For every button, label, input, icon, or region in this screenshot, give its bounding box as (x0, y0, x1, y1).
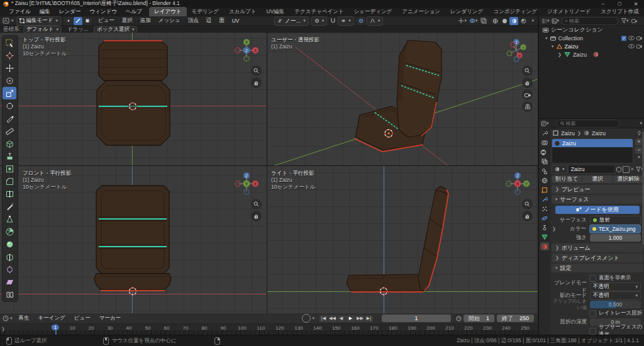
properties-search[interactable] (557, 120, 619, 128)
volume-section-header[interactable]: ❯ボリューム (552, 243, 643, 252)
display-mode-caret[interactable]: ▾ (557, 18, 560, 23)
tab-object[interactable] (540, 186, 549, 194)
pan-button[interactable] (522, 211, 533, 221)
zoom-button[interactable] (522, 65, 533, 76)
collection-checkbox-icon[interactable]: ✓ (621, 36, 626, 41)
slot-specials-caret[interactable]: ▾ (638, 155, 640, 160)
keying-caret[interactable]: ▾ (312, 316, 314, 321)
tool-measure[interactable] (3, 125, 16, 137)
viewport-menu-item[interactable]: 選択 (118, 17, 136, 25)
tool-shear[interactable] (3, 276, 16, 288)
viewport-top[interactable]: トップ・平行投影 (1) Zaizu 10センチメートル Y X Z (0, 33, 267, 165)
shading-wireframe-button[interactable] (491, 17, 499, 25)
play-reverse-button[interactable]: ◀ (337, 315, 345, 322)
overlays-caret[interactable]: ▾ (475, 18, 478, 23)
expand-caret-icon[interactable]: ▾ (552, 44, 554, 49)
outliner-editor-icon[interactable] (541, 18, 547, 24)
perspective-toggle-button[interactable] (522, 101, 533, 112)
outliner-search[interactable] (562, 17, 618, 25)
tool-rotate[interactable] (3, 74, 16, 87)
vertex-select-mode-button[interactable] (64, 17, 73, 25)
properties-options-caret[interactable]: ▾ (640, 121, 642, 126)
shadow-mode-dropdown[interactable]: 不透明▾ (590, 291, 641, 300)
viewport-user[interactable]: ユーザー・透視投影 (1) Zaizu Z Y X (267, 33, 538, 165)
workspace-tab[interactable]: シェーディング (349, 7, 397, 17)
display-mode-icon[interactable] (552, 18, 557, 24)
tool-poly-build[interactable] (3, 213, 16, 225)
orientation-preset-dropdown[interactable]: デフォルト▾ (23, 26, 62, 33)
material-slot-item[interactable]: Zaizu (552, 139, 633, 147)
breadcrumb-object[interactable]: Zaizu (561, 130, 575, 137)
navigation-gizmo[interactable]: Z X Y (233, 170, 260, 198)
workspace-tab[interactable]: モデリング (187, 7, 225, 17)
viewport-right[interactable]: ライト・平行投影 (1) Zaizu 10センチメートル Z Y X (267, 166, 538, 313)
viewport-menu-item[interactable]: ビュー (94, 17, 118, 25)
zoom-button[interactable] (251, 65, 262, 76)
tool-cursor[interactable] (3, 49, 16, 62)
workspace-tab[interactable]: レンダリング (445, 7, 488, 17)
tab-constraints[interactable] (540, 223, 549, 232)
tool-inset-faces[interactable] (3, 162, 16, 175)
outliner-editor-caret[interactable]: ▾ (547, 18, 550, 23)
tool-annotate[interactable] (3, 112, 16, 125)
menu-item[interactable]: ファイル (4, 8, 35, 16)
outliner-row-object[interactable]: ▾ Zaizu (539, 42, 644, 50)
properties-editor-icon[interactable] (541, 121, 547, 126)
outliner-row-scene-collection[interactable]: シーンコレクション (539, 26, 644, 34)
assign-button[interactable]: 割り当て (552, 176, 582, 183)
editor-type-icon[interactable] (3, 18, 9, 24)
tab-render[interactable] (540, 138, 549, 147)
viewport-menu-item[interactable]: 頂点 (184, 17, 203, 25)
show-gizmo-icon[interactable] (458, 18, 464, 24)
tool-rip-region[interactable] (3, 288, 16, 301)
pan-button[interactable] (251, 211, 262, 221)
tab-physics[interactable] (540, 214, 549, 222)
zoom-button[interactable] (522, 199, 533, 209)
deselect-button[interactable]: 選択解除 (613, 176, 643, 183)
tab-world[interactable] (540, 176, 549, 184)
workspace-tab[interactable]: アニメーション (397, 7, 445, 17)
disable-render-camera-icon[interactable] (636, 36, 642, 40)
auto-keying-toggle[interactable] (302, 314, 311, 323)
raytrace-checkbox[interactable] (589, 310, 596, 317)
show-overlays-icon[interactable] (469, 18, 475, 24)
filter-caret[interactable]: ▾ (626, 18, 629, 23)
workspace-tab[interactable]: スカルプト (224, 7, 262, 17)
shading-material-button[interactable] (509, 17, 518, 25)
blend-mode-dropdown[interactable]: 不透明▾ (590, 282, 641, 291)
viewport-menu-item[interactable]: メッシュ (155, 17, 184, 25)
filter-funnel-icon[interactable] (636, 167, 641, 172)
filter-icon[interactable] (621, 18, 626, 23)
select-mode-dropdown[interactable]: ボックス選択▾ (94, 26, 137, 33)
fake-user-shield-icon[interactable] (616, 167, 621, 172)
surface-shader-dropdown[interactable]: 放射 (590, 216, 641, 225)
properties-editor-caret[interactable]: ▾ (547, 121, 549, 126)
viewport-menu-item[interactable]: 追加 (136, 17, 155, 25)
jump-to-end-button[interactable]: ▶| (365, 315, 373, 322)
material-name-field[interactable]: Zaizu (568, 165, 615, 174)
tab-view-layer[interactable] (540, 157, 549, 165)
expand-caret-icon[interactable]: ▾ (545, 36, 548, 41)
preview-section-header[interactable]: ❯プレビュー (552, 185, 643, 194)
tool-extrude-region[interactable] (3, 150, 16, 162)
panel-expand-arrow[interactable]: ❯ (1, 326, 5, 332)
breadcrumb-material[interactable]: Zaizu (592, 130, 606, 137)
timeline-menu-item[interactable]: 再生 (14, 315, 34, 322)
tool-select-box[interactable] (3, 36, 16, 49)
frame-start-field[interactable]: 開始 1 (464, 315, 494, 322)
hide-eye-icon[interactable] (628, 44, 635, 48)
prev-keyframe-button[interactable]: ◀◀ (328, 315, 336, 322)
timeline-editor-caret[interactable]: ▾ (10, 316, 13, 321)
pan-button[interactable] (251, 77, 262, 88)
backface-checkbox[interactable] (589, 275, 596, 282)
play-button[interactable]: ▶ (346, 315, 355, 322)
workspace-tab[interactable]: ジオメトリノード (542, 7, 596, 17)
tool-knife[interactable] (3, 200, 16, 213)
viewport-menu-item[interactable]: 辺 (203, 17, 216, 25)
material-sphere-icon[interactable] (593, 52, 599, 57)
viewport-menu-item[interactable]: UV (228, 18, 243, 24)
shading-rendered-button[interactable] (519, 17, 528, 25)
navigation-gizmo[interactable]: Y X Z (233, 36, 260, 64)
pan-button[interactable] (522, 77, 533, 88)
expand-caret-icon[interactable]: ❯ (558, 52, 562, 57)
